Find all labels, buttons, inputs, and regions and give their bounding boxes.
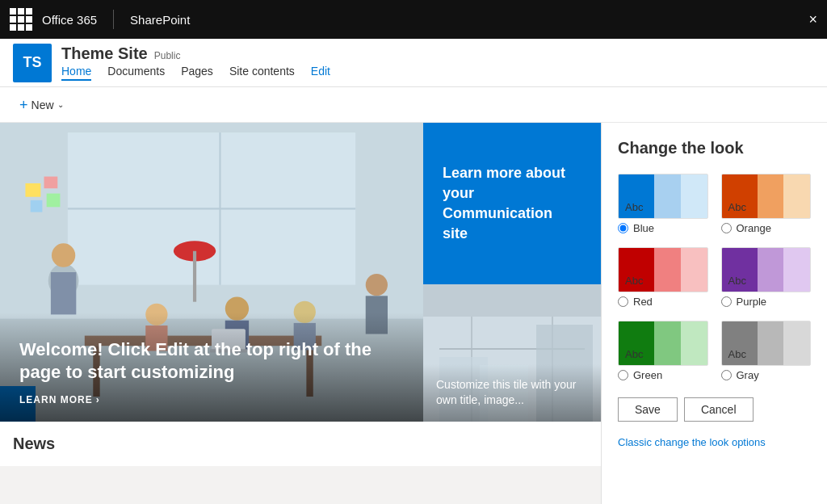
news-section: News [0,422,601,466]
top-bar-sharepoint[interactable]: SharePoint [130,13,190,27]
theme-radio-purple[interactable] [721,296,732,307]
theme-swatch-green: Abc [618,321,708,366]
main-content: Welcome! Click Edit at the top right of … [0,123,827,504]
chevron-down-icon: ⌄ [57,100,64,109]
theme-label-blue: Blue [633,222,654,234]
theme-radio-row-green: Green [618,369,708,381]
top-bar: Office 365 SharePoint × [0,0,827,39]
hero-right-bottom-overlay: Customize this tile with your own title,… [423,364,601,422]
theme-item-blue[interactable]: AbcBlue [618,174,708,234]
theme-swatch-blue: Abc [618,174,708,219]
theme-swatch-gray: Abc [721,321,812,366]
theme-item-gray[interactable]: AbcGray [721,321,812,381]
nav-edit[interactable]: Edit [311,65,330,81]
svg-point-17 [366,274,388,296]
right-panel: Change the look AbcBlueAbcOrangeAbcRedAb… [601,123,827,504]
hero-right-bottom: Customize this tile with your own title,… [423,284,601,422]
theme-swatch-orange: Abc [721,174,812,219]
panel-title: Change the look [618,139,811,158]
site-nav: Home Documents Pages Site contents Edit [61,65,330,81]
hero-right-top-text: Learn more about your Communication site [443,163,581,245]
hero-overlay: Welcome! Click Edit at the top right of … [0,313,423,422]
swatch-abc-purple: Abc [728,275,746,287]
theme-item-orange[interactable]: AbcOrange [721,174,812,234]
theme-label-red: Red [633,296,653,308]
swatch-abc-orange: Abc [728,201,746,213]
nav-site-contents[interactable]: Site contents [229,65,295,81]
svg-rect-10 [51,272,76,314]
theme-radio-red[interactable] [618,296,628,307]
close-button[interactable]: × [808,12,817,27]
swatch-abc-red: Abc [625,275,643,287]
theme-item-purple[interactable]: AbcPurple [721,247,812,308]
learn-more-link[interactable]: LEARN MORE › [19,394,404,405]
svg-point-9 [52,243,75,267]
svg-rect-24 [44,177,57,189]
panel-buttons: Save Cancel [618,397,811,422]
theme-radio-row-blue: Blue [618,222,708,234]
theme-radio-green[interactable] [618,370,628,380]
site-name: Theme Site [61,44,148,63]
avatar: TS [13,44,52,82]
hero-right-bottom-text: Customize this tile with your own title,… [436,377,588,409]
page-content: Welcome! Click Edit at the top right of … [0,123,601,504]
hero-left: Welcome! Click Edit at the top right of … [0,123,423,422]
svg-rect-23 [25,183,40,197]
site-visibility: Public [154,50,181,61]
theme-radio-row-purple: Purple [721,296,812,308]
theme-label-green: Green [633,369,662,381]
site-title-area: Theme Site Public Home Documents Pages S… [61,44,330,81]
theme-label-orange: Orange [737,222,771,234]
theme-radio-row-orange: Orange [721,222,812,234]
theme-grid: AbcBlueAbcOrangeAbcRedAbcPurpleAbcGreenA… [618,174,811,381]
swatch-abc-gray: Abc [728,348,746,360]
nav-home[interactable]: Home [61,65,91,81]
hero-section: Welcome! Click Edit at the top right of … [0,123,601,422]
hero-right: Learn more about your Communication site [423,123,601,422]
theme-swatch-purple: Abc [721,247,812,292]
svg-rect-26 [47,194,61,208]
theme-radio-orange[interactable] [721,223,732,233]
learn-more-arrow: › [96,394,100,405]
svg-rect-20 [193,251,196,302]
site-header: TS Theme Site Public Home Documents Page… [0,39,827,87]
swatch-abc-green: Abc [625,348,643,360]
learn-more-label: LEARN MORE [19,394,93,405]
theme-item-green[interactable]: AbcGreen [618,321,708,381]
nav-pages[interactable]: Pages [181,65,213,81]
top-bar-office365[interactable]: Office 365 [42,13,97,27]
swatch-abc-blue: Abc [625,201,643,213]
hero-title: Welcome! Click Edit at the top right of … [19,338,404,384]
plus-icon: + [19,98,28,112]
new-button[interactable]: + New ⌄ [13,94,70,116]
cancel-button[interactable]: Cancel [684,397,754,422]
new-label: New [31,99,54,111]
theme-label-purple: Purple [737,296,767,308]
waffle-icon[interactable] [10,8,32,31]
theme-radio-blue[interactable] [618,223,628,233]
news-title: News [13,435,588,453]
theme-swatch-red: Abc [618,247,708,292]
theme-label-gray: Gray [737,369,759,381]
top-bar-divider [113,10,114,29]
theme-item-red[interactable]: AbcRed [618,247,708,308]
command-bar: + New ⌄ [0,87,827,123]
save-button[interactable]: Save [618,397,678,422]
classic-link[interactable]: Classic change the look options [618,436,766,448]
theme-radio-row-gray: Gray [721,369,812,381]
nav-documents[interactable]: Documents [107,65,165,81]
svg-rect-25 [31,200,43,212]
hero-right-top: Learn more about your Communication site [423,123,601,284]
theme-radio-row-red: Red [618,296,708,308]
theme-radio-gray[interactable] [721,370,732,380]
